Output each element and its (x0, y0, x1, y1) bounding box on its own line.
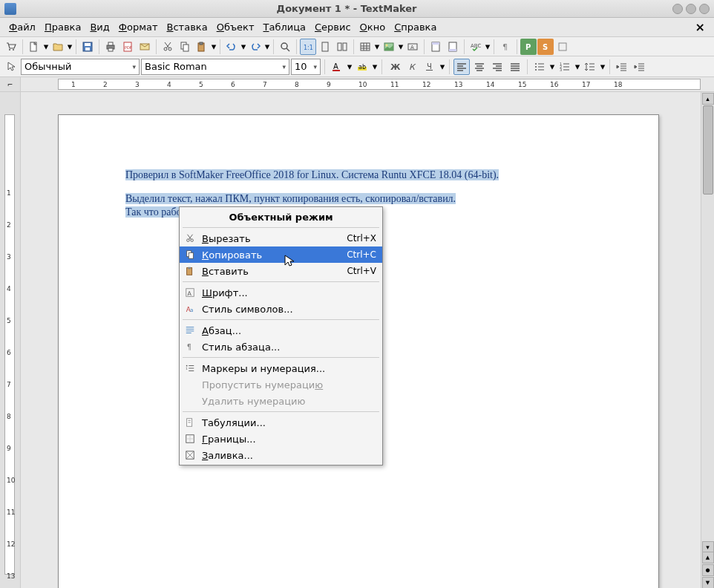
vruler-tick: 3 (7, 253, 11, 261)
underline-button[interactable]: Ч (422, 59, 438, 75)
menu-сервис[interactable]: Сервис (310, 20, 356, 34)
menu-объект[interactable]: Объект (212, 20, 259, 34)
footer-button[interactable] (445, 39, 461, 55)
ruler-tick: 11 (390, 81, 399, 88)
ctx-label: Стиль символов... (202, 304, 293, 315)
print-button[interactable] (102, 39, 119, 55)
underline-dropdown[interactable]: ▾ (439, 61, 445, 72)
align-center-button[interactable] (471, 59, 488, 75)
italic-button[interactable]: К (404, 59, 420, 75)
open-button[interactable] (50, 39, 66, 55)
font-combo[interactable]: Basic Roman▾ (141, 59, 289, 75)
doc-close-button[interactable]: × (691, 20, 710, 34)
bullets-button[interactable] (531, 59, 548, 75)
copy-button[interactable] (177, 39, 193, 55)
s-button[interactable]: S (537, 39, 554, 55)
page-button[interactable] (317, 39, 333, 55)
indent-inc-button[interactable] (632, 59, 648, 75)
email-button[interactable] (137, 39, 153, 55)
redo-button[interactable] (247, 39, 263, 55)
spellcheck-dropdown[interactable]: ▾ (485, 41, 491, 52)
align-justify-button[interactable] (507, 59, 523, 75)
ctx-абзац[interactable]: Абзац... (180, 322, 382, 339)
vertical-ruler[interactable]: 12345678910111213 (0, 92, 21, 588)
pdf-button[interactable]: PDF (119, 39, 136, 55)
pointer-button[interactable] (3, 59, 19, 75)
help-button[interactable] (554, 39, 571, 55)
page-down-button[interactable]: ▼ (702, 577, 714, 588)
page-nav-button[interactable]: ● (702, 564, 714, 576)
fontcolor-button[interactable]: A (329, 59, 345, 75)
align-left-button[interactable] (453, 59, 470, 75)
ctx-шрифт[interactable]: AШрифт... (180, 284, 382, 301)
close-button[interactable] (699, 4, 710, 14)
vertical-scrollbar[interactable]: ▴ ▾ ▲ ● ▼ (701, 92, 714, 588)
menu-таблица[interactable]: Таблица (259, 20, 311, 34)
menu-справка[interactable]: Справка (390, 20, 441, 34)
fontcolor-dropdown[interactable]: ▾ (347, 61, 353, 72)
ctx-вырезать[interactable]: ВырезатьCtrl+X (180, 230, 382, 246)
bold-button[interactable]: Ж (386, 59, 402, 75)
menu-вставка[interactable]: Вставка (163, 20, 212, 34)
svg-point-25 (386, 44, 388, 46)
undo-button[interactable] (223, 39, 240, 55)
highlight-dropdown[interactable]: ▾ (372, 61, 378, 72)
style-combo[interactable]: Обычный▾ (21, 59, 140, 75)
cart-icon[interactable] (3, 39, 19, 55)
new-button[interactable] (26, 39, 42, 55)
bullets-dropdown[interactable]: ▾ (549, 61, 555, 72)
menu-вид[interactable]: Вид (85, 20, 114, 34)
image-button[interactable] (381, 39, 397, 55)
open-dropdown[interactable]: ▾ (67, 41, 73, 52)
search-button[interactable] (277, 39, 293, 55)
ruler-tick: 16 (550, 81, 558, 88)
new-dropdown[interactable]: ▾ (43, 41, 49, 52)
indent-dec-button[interactable] (614, 59, 630, 75)
ruler-corner[interactable]: ⌐ (0, 77, 21, 91)
horizontal-ruler[interactable]: 123456789101112131415161718 (58, 79, 701, 90)
page-up-button[interactable]: ▲ (702, 552, 714, 564)
redo-dropdown[interactable]: ▾ (264, 41, 270, 52)
scroll-thumb[interactable] (703, 105, 713, 195)
numbering-button[interactable]: 123 (557, 59, 573, 75)
table-button[interactable] (357, 39, 373, 55)
save-button[interactable] (79, 39, 96, 55)
p-button[interactable]: P (520, 39, 537, 55)
ruler-tick: 13 (454, 81, 462, 88)
pilcrow-button[interactable]: ¶ (497, 39, 514, 55)
grid-button[interactable]: 1:1 (300, 39, 316, 55)
textbox-button[interactable]: A (405, 39, 421, 55)
align-right-button[interactable] (489, 59, 505, 75)
ctx-табуляции[interactable]: Табуляции... (180, 414, 382, 431)
linespacing-button[interactable] (582, 59, 598, 75)
ctx-вставить[interactable]: ВставитьCtrl+V (180, 263, 382, 279)
numbering-dropdown[interactable]: ▾ (574, 61, 580, 72)
ctx-стильабзаца[interactable]: ¶Стиль абзаца... (180, 339, 382, 355)
twopage-button[interactable] (334, 39, 350, 55)
header-button[interactable] (428, 39, 444, 55)
menu-формат[interactable]: Формат (114, 20, 163, 34)
ctx-маркерыинумерация[interactable]: 1Маркеры и нумерация... (180, 360, 382, 376)
image-dropdown[interactable]: ▾ (398, 41, 404, 52)
paste-dropdown[interactable]: ▾ (211, 41, 217, 52)
undo-dropdown[interactable]: ▾ (240, 41, 246, 52)
vruler-tick: 7 (7, 381, 11, 388)
ctx-заливка[interactable]: Заливка... (180, 447, 382, 463)
ctx-границы[interactable]: Границы... (180, 431, 382, 447)
vruler-tick: 5 (7, 317, 11, 324)
minimize-button[interactable] (672, 4, 683, 14)
linespacing-dropdown[interactable]: ▾ (600, 61, 606, 72)
maximize-button[interactable] (686, 4, 696, 14)
ctx-стильсимволов[interactable]: AaСтиль символов... (180, 301, 382, 317)
menu-файл[interactable]: Файл (4, 20, 40, 34)
menu-окно[interactable]: Окно (356, 20, 390, 34)
ctx-копировать[interactable]: КопироватьCtrl+C (180, 246, 382, 263)
cut-button[interactable] (160, 39, 176, 55)
menu-правка[interactable]: Правка (40, 20, 85, 34)
spellcheck-button[interactable]: ABC (468, 39, 484, 55)
scroll-up-button[interactable]: ▴ (702, 93, 714, 105)
table-dropdown[interactable]: ▾ (374, 41, 380, 52)
size-combo[interactable]: 10▾ (291, 59, 321, 75)
highlight-button[interactable]: ab (354, 59, 370, 75)
paste-button[interactable] (194, 39, 210, 55)
